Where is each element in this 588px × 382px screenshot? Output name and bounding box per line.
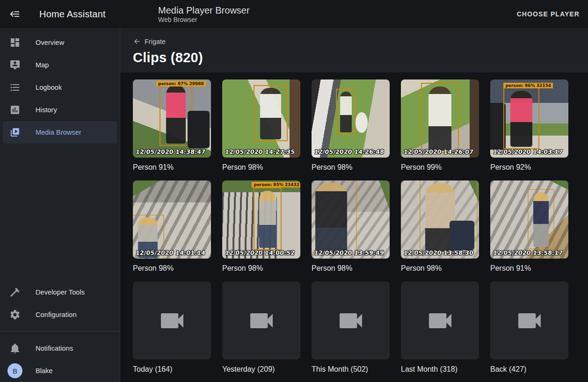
folder-label: Back (427): [490, 365, 568, 374]
clip-card[interactable]: person: 96% 32154 12/05/2020 14:03:17 Pe…: [490, 79, 568, 172]
detection-bounding-box: [420, 180, 478, 254]
folder-label: Last Month (318): [401, 365, 479, 374]
app-title: Home Assistant: [39, 9, 106, 20]
timestamp-overlay: 12/05/2020 13:58:30: [403, 249, 474, 256]
gear-icon: [9, 309, 21, 320]
media-player-header: Media Player Browser Web Browser: [158, 5, 513, 24]
page-title: Clips (820): [133, 50, 588, 65]
timestamp-overlay: 12/05/2020 14:26:07: [403, 148, 474, 155]
stroller-bag-figure: [450, 221, 474, 250]
bell-icon: [9, 343, 21, 354]
sidebar-item-history[interactable]: History: [0, 99, 120, 121]
sidebar-item-notifications[interactable]: Notifications: [0, 337, 120, 360]
main-layout: Overview Map Logbook History Media Brows: [0, 28, 588, 382]
clips-area: person: 97% 29988 12/05/2020 14:38:47 Pe…: [120, 72, 588, 382]
clip-card[interactable]: 12/05/2020 13:58:17 Person 91%: [490, 180, 568, 273]
sidebar-item-overview[interactable]: Overview: [0, 31, 120, 54]
person-figure: [315, 183, 347, 253]
video-camera-icon: [157, 306, 187, 336]
page-header-subtitle: Web Browser: [158, 16, 513, 24]
clip-card[interactable]: 12/05/2020 14:27:35 Person 98%: [222, 79, 300, 172]
clip-card[interactable]: 12/05/2020 14:26:07 Person 99%: [401, 79, 479, 172]
video-camera-icon: [515, 306, 544, 336]
clip-thumbnail: 12/05/2020 14:01:14: [133, 180, 211, 259]
folder-card-today[interactable]: Today (164): [133, 281, 211, 374]
person-figure: [533, 192, 549, 247]
clip-card[interactable]: 12/05/2020 13:59:49 Person 98%: [312, 180, 390, 273]
account-tooltip-icon: [9, 59, 21, 71]
clip-thumbnail: 12/05/2020 14:26:07: [401, 79, 479, 158]
sidebar-item-label: History: [36, 106, 57, 114]
detection-bounding-box: [312, 180, 357, 255]
timestamp-overlay: 12/05/2020 14:26:48: [314, 148, 385, 155]
person-figure: [510, 91, 532, 147]
page-header-title: Media Player Browser: [158, 5, 513, 16]
breadcrumb-label: Frigate: [145, 38, 166, 45]
clip-caption: Person 98%: [312, 163, 390, 172]
clip-caption: Person 98%: [133, 264, 211, 273]
clip-thumbnail: person: 97% 29988 12/05/2020 14:38:47: [133, 79, 211, 158]
timestamp-overlay: 12/05/2020 13:58:17: [493, 249, 563, 256]
folder-card-back[interactable]: Back (427): [490, 281, 568, 374]
hammer-icon: [9, 287, 21, 298]
view-dashboard-icon: [9, 37, 21, 48]
sidebar-item-label: Notifications: [36, 345, 73, 352]
clip-thumbnail: 12/05/2020 13:58:30: [401, 180, 479, 259]
sidebar-item-user-profile[interactable]: B Blake: [0, 360, 120, 382]
clip-caption: Person 98%: [222, 163, 300, 172]
clip-thumbnail: person: 96% 32154 12/05/2020 14:03:17: [490, 79, 568, 158]
sidebar-item-logbook[interactable]: Logbook: [0, 76, 120, 99]
folder-card-this-month[interactable]: This Month (502): [312, 281, 390, 374]
detection-bounding-box: [254, 187, 282, 250]
detection-bounding-box: [503, 87, 539, 149]
sidebar-item-media-browser[interactable]: Media Browser: [3, 121, 117, 144]
sidebar-item-map[interactable]: Map: [0, 54, 120, 76]
folder-label: Yesterday (209): [222, 365, 300, 374]
folder-label: Today (164): [133, 365, 211, 374]
detection-label: person: 95% 23432: [252, 182, 300, 187]
folder-label: This Month (502): [312, 365, 390, 374]
user-name-label: Blake: [36, 367, 53, 375]
folder-thumbnail: [490, 281, 568, 360]
sidebar-item-developer-tools[interactable]: Developer Tools: [0, 281, 120, 303]
timestamp-overlay: 12/05/2020 14:01:14: [135, 249, 206, 256]
sidebar-item-label: Configuration: [36, 311, 77, 318]
content-header: Frigate Clips (820): [120, 28, 588, 72]
detection-bounding-box: [421, 83, 458, 153]
clip-caption: Person 91%: [490, 264, 568, 273]
clip-thumbnail: 12/05/2020 13:59:49: [312, 180, 390, 259]
topbar-left: Home Assistant: [0, 8, 158, 20]
folder-card-yesterday[interactable]: Yesterday (209): [222, 281, 300, 374]
choose-player-button[interactable]: CHOOSE PLAYER: [513, 6, 583, 22]
detection-bounding-box: [528, 189, 554, 249]
clip-card[interactable]: 12/05/2020 13:58:30 Person 98%: [401, 180, 479, 273]
person-figure: [166, 85, 186, 144]
detection-label: person: 96% 32154: [503, 83, 553, 88]
sidebar-item-label: Media Browser: [36, 129, 81, 136]
sidebar-toggle-icon[interactable]: [9, 8, 21, 20]
clip-card[interactable]: person: 97% 29988 12/05/2020 14:38:47 Pe…: [133, 79, 211, 172]
arrow-left-icon: [133, 37, 141, 45]
person-figure: [428, 86, 451, 151]
breadcrumb[interactable]: Frigate: [133, 37, 166, 45]
clip-thumbnail: 12/05/2020 13:58:17: [490, 180, 568, 259]
clip-caption: Person 99%: [401, 163, 479, 172]
clip-caption: Person 98%: [312, 264, 390, 273]
clip-card[interactable]: 12/05/2020 14:26:48 Person 98%: [312, 79, 390, 172]
video-camera-icon: [247, 306, 276, 336]
sidebar-item-configuration[interactable]: Configuration: [0, 303, 120, 326]
folder-thumbnail: [133, 281, 211, 360]
clip-card[interactable]: 12/05/2020 14:01:14 Person 98%: [133, 180, 211, 273]
folder-thumbnail: [312, 281, 390, 360]
sidebar-item-label: Overview: [36, 39, 64, 46]
folder-card-last-month[interactable]: Last Month (318): [401, 281, 479, 374]
clip-caption: Person 98%: [222, 264, 300, 273]
sidebar-divider: [0, 331, 120, 332]
sidebar-item-label: Map: [36, 61, 49, 69]
sidebar-item-label: Developer Tools: [36, 288, 85, 296]
folder-thumbnail: [222, 281, 300, 360]
avatar: B: [7, 363, 22, 378]
clip-card[interactable]: person: 95% 23432 12/05/2020 14:00:52 Pe…: [222, 180, 300, 273]
clip-caption: Person 92%: [490, 163, 568, 172]
chart-box-icon: [9, 104, 21, 115]
